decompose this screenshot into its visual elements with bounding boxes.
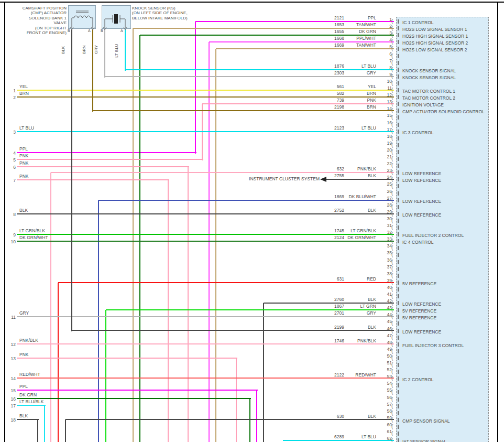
connector-pin-tick <box>398 198 399 202</box>
connector-pin-tick <box>398 170 399 175</box>
connector-pin-function: KNOCK SENSOR SIGNAL <box>402 68 456 73</box>
connector-pin-number: 11 <box>377 85 392 91</box>
connector-pin-tick <box>398 432 399 436</box>
connector-pin-number: 3 <box>377 30 392 36</box>
connector-pin-tick <box>398 397 399 402</box>
connector-pin-tick <box>398 136 399 141</box>
connector-pin-tick <box>398 225 399 230</box>
component-symbols <box>0 0 504 442</box>
connector-pin-number: 57 <box>377 402 392 407</box>
left-stub-number: 18 <box>5 417 16 423</box>
circuit-color: PNK <box>346 98 376 103</box>
connector-pin-number: 10 <box>377 79 392 84</box>
left-stub-color: BRN <box>19 91 29 96</box>
left-stub-color: PPL <box>19 384 28 389</box>
circuit-number: 582 <box>314 91 344 96</box>
connector-pin-number: 34 <box>377 243 392 249</box>
connector-pin-tick <box>398 26 399 30</box>
circuit-number: 2760 <box>314 297 344 302</box>
circuit-color: BLK <box>346 173 376 178</box>
left-stub-color: RED/WHT <box>19 372 40 377</box>
connector-pin-tick <box>398 143 399 147</box>
connector-pin-number: 5 <box>377 44 392 49</box>
connector-pin-number: 58 <box>377 408 392 414</box>
left-stub-color: PNK <box>19 352 28 357</box>
connector-pin-number: 2 <box>377 24 392 29</box>
connector-pin-tick <box>398 212 399 216</box>
connector-pin-function: HO2S LOW SIGNAL SENSOR 1 <box>402 27 467 32</box>
connector-pin-tick <box>398 315 399 319</box>
connector-pin-function: HO2S HIGH SIGNAL SENSOR 2 <box>402 40 468 46</box>
circuit-color: LT GRN/BLK <box>346 228 376 233</box>
circuit-color: LT BLU <box>346 63 376 69</box>
circuit-color: GRY <box>346 70 376 76</box>
connector-pin-tick <box>398 363 399 367</box>
connector-pin-tick <box>398 425 399 429</box>
connector-pin-number: 17 <box>377 127 392 132</box>
instrument-cluster-annotation: INSTRUMENT CLUSTER SYSTEM <box>236 176 320 181</box>
circuit-color: RED <box>346 276 376 282</box>
connector-pin-tick <box>398 68 399 72</box>
connector-pin-number: 7 <box>377 58 392 63</box>
connector-pin-number: 19 <box>377 141 392 146</box>
connector-pin-tick <box>398 157 399 161</box>
connector-pin-tick <box>398 177 399 181</box>
connector-pin-number: 51 <box>377 360 392 365</box>
left-stub-number: 9 <box>5 232 16 238</box>
circuit-color: DK BLU/WHT <box>346 194 376 199</box>
circuit-number: 1869 <box>314 194 344 199</box>
connector-pin-function: IAT SENSOR SIGNAL <box>402 439 446 442</box>
connector-pin-number: 31 <box>377 223 392 228</box>
knock-sensor-symbol <box>105 14 125 28</box>
left-stub-color: PNK/BLK <box>19 338 38 343</box>
connector-pin-function: LOW REFERENCE <box>402 212 441 218</box>
connector-pin-tick <box>398 383 399 387</box>
connector-pin-number: 50 <box>377 353 392 359</box>
connector-pin-number: 44 <box>377 312 392 317</box>
connector-pin-number: 22 <box>377 161 392 166</box>
connector-pin-tick <box>398 329 399 333</box>
circuit-color: BLK <box>346 208 376 213</box>
connector-pin-tick <box>398 281 399 285</box>
circuit-number: 2122 <box>314 372 344 378</box>
left-stub-color: BLK <box>19 413 28 418</box>
connector-pin-tick <box>398 370 399 374</box>
connector-pin-number: 27 <box>377 196 392 201</box>
connector-pin-number: 32 <box>377 230 392 235</box>
left-stub-number: 2 <box>5 95 16 100</box>
connector-pin-number: 33 <box>377 236 392 242</box>
connector-pin-number: 16 <box>377 120 392 125</box>
connector-pin-number: 25 <box>377 181 392 187</box>
connector-pin-number: 29 <box>377 209 392 214</box>
circuit-number: 631 <box>314 276 344 282</box>
connector-pin-function: IC 1 CONTROL <box>402 20 434 25</box>
connector-pin-tick <box>398 301 399 305</box>
circuit-number: 1668 <box>314 36 344 41</box>
connector-pin-tick <box>398 390 399 394</box>
connector-pin-tick <box>398 308 399 312</box>
circuit-color: BLK <box>346 325 376 330</box>
connector-pin-tick <box>398 239 399 243</box>
connector-pin-number: 23 <box>377 168 392 173</box>
connector-pin-tick <box>398 19 399 24</box>
connector-pin-function: CMP ACTUATOR SOLENOID CONTROL <box>402 109 485 114</box>
left-stub-number: 5 <box>5 157 16 163</box>
circuit-number: 2303 <box>314 70 344 76</box>
connector-pin-tick <box>398 411 399 415</box>
circuit-color: PNK/BLK <box>346 166 376 171</box>
connector-pin-tick <box>398 205 399 209</box>
connector-pin-number: 54 <box>377 381 392 386</box>
circuit-color: DK GRN <box>346 29 376 34</box>
left-stub-color: PNK <box>19 153 28 158</box>
circuit-number: 2701 <box>314 310 344 316</box>
connector-pin-number: 38 <box>377 271 392 276</box>
connector-pin-function: IC 4 CONTROL <box>402 240 434 245</box>
left-stub-color: DK GRN <box>19 392 37 397</box>
connector-pin-tick <box>398 184 399 188</box>
connector-pin-tick <box>398 54 399 58</box>
connector-pin-tick <box>398 274 399 278</box>
circuit-number: 1655 <box>314 29 344 34</box>
circuit-color: BLK <box>346 414 376 419</box>
left-stub-number: 14 <box>5 376 16 381</box>
circuit-color: TAN/WHT <box>346 42 376 48</box>
